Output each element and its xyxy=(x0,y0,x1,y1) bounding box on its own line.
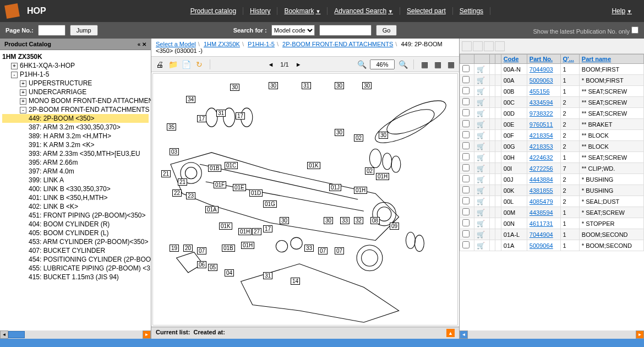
tree-node[interactable]: 393: ARM 2.33m <350,MTH>[EU3,EU xyxy=(2,149,149,158)
jump-button[interactable]: Jump xyxy=(70,25,98,36)
tree-node[interactable]: -P1HH-1-5 xyxy=(2,70,149,79)
tree-toggle-icon[interactable]: + xyxy=(11,63,18,69)
tree-toggle-icon[interactable]: + xyxy=(20,98,26,105)
diagram-callout[interactable]: 01B xyxy=(222,245,235,252)
table-row[interactable]: 🛒00N46117311* STOPPER xyxy=(460,218,644,229)
row-checkbox[interactable] xyxy=(462,65,470,72)
tree-node[interactable]: 402: LINK B <K> xyxy=(2,202,149,211)
tree-node[interactable]: +UNDERCARRIAGE xyxy=(2,88,149,96)
part-no-link[interactable]: 4085479 xyxy=(530,198,553,205)
part-no-link[interactable]: 9738322 xyxy=(530,110,553,117)
scroll-right-icon[interactable]: ► xyxy=(143,330,151,339)
diagram-callout[interactable]: 04 xyxy=(225,269,234,276)
diagram-callout[interactable]: 17 xyxy=(197,115,206,122)
tree-node[interactable]: +MONO BOOM FRONT-END ATTACHMENTS xyxy=(2,96,149,105)
row-checkbox[interactable] xyxy=(462,230,470,237)
diagram-callout[interactable]: 01H xyxy=(354,187,367,194)
diagram-callout[interactable]: 01H xyxy=(241,242,254,249)
tree-scrollbar[interactable]: ◄ ► xyxy=(0,330,151,339)
folder-icon[interactable]: 📁 xyxy=(168,59,178,69)
diagram-callout[interactable]: 07 xyxy=(335,247,344,254)
copy-icon[interactable]: 📄 xyxy=(181,59,191,69)
part-no-link[interactable]: 5009064 xyxy=(530,242,553,249)
refresh-icon[interactable]: ↻ xyxy=(194,59,204,69)
part-no-link[interactable]: 9760511 xyxy=(530,121,553,128)
diagram-callout[interactable]: 30 xyxy=(335,129,344,136)
next-page-button[interactable]: ► xyxy=(292,61,305,68)
diagram-callout[interactable]: 30 xyxy=(280,217,289,224)
col-header[interactable]: Q'... xyxy=(560,55,579,64)
tree-toggle-icon[interactable]: + xyxy=(20,89,26,96)
diagram-callout[interactable]: 01K xyxy=(219,223,232,230)
part-no-link[interactable]: 4272256 xyxy=(530,165,553,172)
table-row[interactable]: 🛒01A50090641* BOOM;SECOND xyxy=(460,240,644,251)
part-no-link[interactable]: 4611731 xyxy=(530,220,553,227)
view-icon-1[interactable]: ▦ xyxy=(419,59,429,69)
page-no-input[interactable] xyxy=(38,25,66,36)
scroll-right-icon[interactable]: ► xyxy=(636,330,644,339)
diagram-callout[interactable]: 01C xyxy=(225,162,238,169)
view-icon-3[interactable]: ▦ xyxy=(446,59,456,69)
tree-node[interactable]: 400: LINK B <330,350,370> xyxy=(2,185,149,193)
cart-icon[interactable]: 🛒 xyxy=(477,88,485,95)
tree-node[interactable]: 453: ARM CYLINDER (2P-BOOM)<350> xyxy=(2,237,149,246)
part-no-link[interactable]: 5009063 xyxy=(530,77,553,84)
tool-icon-2[interactable] xyxy=(473,41,483,51)
cart-icon[interactable]: 🛒 xyxy=(477,143,485,150)
row-checkbox[interactable] xyxy=(462,120,470,127)
diagram-callout[interactable]: 01E xyxy=(233,184,246,191)
diagram-callout[interactable]: 30 xyxy=(269,82,278,89)
table-row[interactable]: 🛒00A-N70449031BOOM;FIRST xyxy=(460,64,644,75)
print-icon[interactable]: 🖨 xyxy=(155,59,165,69)
scroll-thumb[interactable] xyxy=(8,331,25,338)
tree-toggle-icon[interactable]: + xyxy=(20,80,26,87)
row-checkbox[interactable] xyxy=(462,142,470,149)
diagram-callout[interactable]: 17 xyxy=(236,112,245,120)
tree-node[interactable]: 389: H ARM 3.2m <H,MTH> xyxy=(2,132,149,140)
zoom-input[interactable] xyxy=(370,59,395,69)
diagram-callout[interactable]: 21 xyxy=(161,170,171,177)
nav-help[interactable]: Help▼ xyxy=(605,7,638,15)
cart-icon[interactable]: 🛒 xyxy=(477,121,485,128)
diagram-callout[interactable]: 01J xyxy=(329,184,341,191)
table-row[interactable]: 🛒00H42246321** SEAT;SCREW xyxy=(460,152,644,163)
table-row[interactable]: 🛒00A50090631* BOOM;FIRST xyxy=(460,75,644,86)
row-checkbox[interactable] xyxy=(462,109,470,116)
diagram-callout[interactable]: 31 xyxy=(263,272,272,279)
tree-node[interactable]: +UPPERSTRUCTURE xyxy=(2,79,149,88)
collapse-icon[interactable]: « ✕ xyxy=(138,41,146,47)
diagram-callout[interactable]: 30 xyxy=(230,84,239,91)
nav-bookmark[interactable]: Bookmark▼ xyxy=(277,7,328,15)
diagram-callout[interactable]: 06 xyxy=(197,261,206,268)
table-row[interactable]: 🛒00K43818552* BUSHING xyxy=(460,185,644,196)
row-checkbox[interactable] xyxy=(462,98,470,105)
diagram-callout[interactable]: 23 xyxy=(186,192,195,199)
cart-icon[interactable]: 🛒 xyxy=(477,154,485,161)
tree-node[interactable]: 455: LUBRICATE PIPING (2P-BOOM) <3 xyxy=(2,264,149,273)
tree-node[interactable]: 395: ARM 2.66m xyxy=(2,158,149,167)
diagram-callout[interactable]: 22 xyxy=(172,189,182,197)
cart-icon[interactable]: 🛒 xyxy=(477,220,485,227)
diagram-callout[interactable]: 05 xyxy=(208,264,217,271)
tree-node[interactable]: 454: POSITIONING CYLINDER (2P-BOOM) xyxy=(2,255,149,264)
part-no-link[interactable]: 4443884 xyxy=(530,176,553,183)
cart-icon[interactable]: 🛒 xyxy=(477,198,485,205)
row-checkbox[interactable] xyxy=(462,208,470,215)
diagram-callout[interactable]: 33 xyxy=(340,217,350,224)
diagram-callout[interactable]: 34 xyxy=(186,96,195,103)
diagram-callout[interactable]: 30 xyxy=(324,217,333,224)
cart-icon[interactable]: 🛒 xyxy=(477,77,485,84)
table-row[interactable]: 🛒00J44438842* BUSHING xyxy=(460,174,644,185)
nav-product-catalog[interactable]: Product catalog xyxy=(184,7,243,15)
view-icon-2[interactable]: ▦ xyxy=(433,59,443,69)
scroll-left-icon[interactable]: ◄ xyxy=(0,330,8,339)
row-checkbox[interactable] xyxy=(462,197,470,204)
diagram-callout[interactable]: 01B xyxy=(208,165,221,172)
bc-sub[interactable]: P1HH-1-5 xyxy=(248,41,275,47)
diagram-callout[interactable]: 01F xyxy=(214,181,226,188)
part-no-link[interactable]: 7044904 xyxy=(530,231,553,238)
cart-icon[interactable]: 🛒 xyxy=(477,66,485,73)
scroll-up-icon[interactable]: ▲ xyxy=(446,329,455,337)
tree-node[interactable]: -2P-BOOM FRONT-END ATTACHMENTS xyxy=(2,105,149,114)
nav-selected-part[interactable]: Selected part xyxy=(400,7,453,15)
